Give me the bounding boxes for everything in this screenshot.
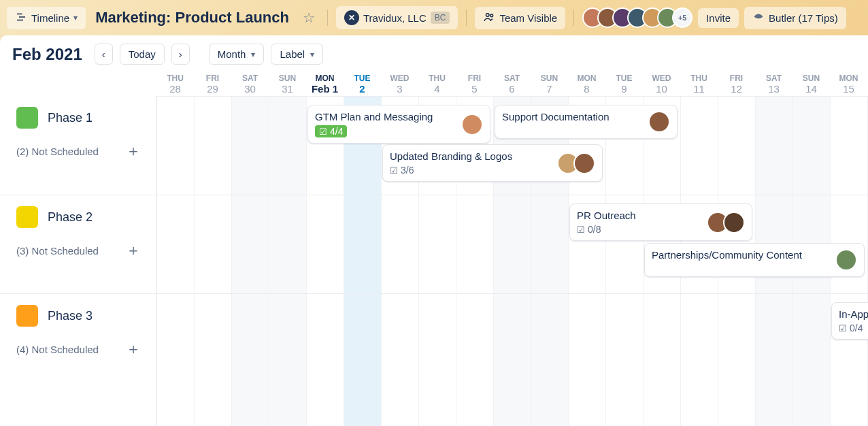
scale-select[interactable]: Month ▾ <box>209 44 265 65</box>
add-card-button[interactable]: ＋ <box>120 339 146 359</box>
day-header: SAT6 <box>493 71 531 96</box>
chevron-down-icon: ▾ <box>73 13 78 22</box>
avatar[interactable] <box>723 212 745 233</box>
timeline-card[interactable]: In-App Announcement☑0/4 <box>831 302 868 340</box>
timeline-panel: Feb 2021 ‹ Today › Month ▾ Label ▾ THU28… <box>0 35 868 426</box>
avatar[interactable] <box>461 114 483 135</box>
view-switcher-label: Timeline <box>31 12 69 24</box>
checklist-badge: ☑4/4 <box>315 125 347 137</box>
view-switcher[interactable]: Timeline ▾ <box>7 7 86 29</box>
card-title: Partnerships/Community Content <box>652 249 830 261</box>
lane-title: Phase 1 <box>48 111 93 125</box>
day-header: MON8 <box>568 71 605 96</box>
invite-button[interactable]: Invite <box>698 8 739 28</box>
checklist-icon: ☑ <box>577 225 585 235</box>
day-header: TUE9 <box>605 71 643 96</box>
timeline-card[interactable]: GTM Plan and Messaging☑4/4 <box>307 105 490 144</box>
checklist-badge: ☑3/6 <box>390 165 414 176</box>
chevron-down-icon: ▾ <box>310 50 314 59</box>
visibility-button[interactable]: Team Visible <box>475 7 565 29</box>
group-label: Label <box>280 48 305 60</box>
scale-label: Month <box>218 48 246 60</box>
workspace-logo-icon: ✕ <box>344 10 359 25</box>
calendar-header: THU28FRI29SAT30SUN31MONFeb 1TUE2WED3THU4… <box>0 71 868 96</box>
timeline-icon <box>15 11 27 25</box>
card-members <box>648 111 670 133</box>
day-header: FRI29 <box>194 71 231 96</box>
checklist-badge: ☑0/8 <box>577 224 601 235</box>
checklist-icon: ☑ <box>319 127 327 137</box>
day-header: WED3 <box>381 71 418 96</box>
svg-point-3 <box>486 13 490 16</box>
day-header: THU4 <box>418 71 456 96</box>
divider <box>466 10 467 26</box>
butler-button[interactable]: Butler (17 Tips) <box>744 7 846 29</box>
card-title: Updated Branding & Logos <box>390 150 552 162</box>
prev-button[interactable]: ‹ <box>95 44 113 65</box>
day-header: SUN7 <box>531 71 568 96</box>
checklist-icon: ☑ <box>839 323 847 333</box>
timeline-card[interactable]: Partnerships/Community Content <box>644 243 865 277</box>
divider <box>573 10 574 26</box>
avatar[interactable] <box>648 111 670 133</box>
timeline-lane: In-App Announcement☑0/4Upload Tutorial V… <box>156 293 868 426</box>
member-overflow[interactable]: +5 <box>672 7 692 28</box>
lane-unscheduled[interactable]: (2) Not Scheduled <box>16 146 99 157</box>
lane-color-swatch <box>16 206 38 228</box>
card-members <box>557 152 595 174</box>
divider <box>327 10 328 26</box>
board-members[interactable]: +5 <box>582 7 692 28</box>
workspace-plan-badge: BC <box>431 12 450 24</box>
card-title: GTM Plan and Messaging <box>315 111 456 122</box>
lane-unscheduled[interactable]: (3) Not Scheduled <box>16 245 99 257</box>
today-button[interactable]: Today <box>120 44 165 65</box>
lane-color-swatch <box>16 305 38 327</box>
lane-column: Phase 1(2) Not Scheduled＋Phase 2(3) Not … <box>0 96 156 426</box>
svg-point-4 <box>490 14 493 16</box>
lane-unscheduled[interactable]: (4) Not Scheduled <box>16 344 99 355</box>
lane-header: Phase 2(3) Not Scheduled＋ <box>0 195 156 293</box>
day-header: MON15 <box>830 71 867 96</box>
timeline-grid[interactable]: GTM Plan and Messaging☑4/4Support Docume… <box>156 96 868 426</box>
today-label: Today <box>129 48 156 60</box>
board-title[interactable]: Marketing: Product Launch <box>91 9 293 27</box>
timeline-card[interactable]: Updated Branding & Logos☑3/6 <box>382 144 603 182</box>
team-icon <box>483 11 495 25</box>
workspace-button[interactable]: ✕ Travidux, LLC BC <box>336 6 458 29</box>
day-header: SUN14 <box>792 71 830 96</box>
timeline-toolbar: Feb 2021 ‹ Today › Month ▾ Label ▾ <box>0 35 868 71</box>
chevron-down-icon: ▾ <box>251 50 255 59</box>
add-card-button[interactable]: ＋ <box>120 141 146 161</box>
checklist-badge: ☑0/4 <box>839 323 863 333</box>
timeline-card[interactable]: PR Outreach☑0/8 <box>569 203 752 241</box>
timeline-lane: GTM Plan and Messaging☑4/4Support Docume… <box>156 96 868 195</box>
card-members <box>707 212 745 233</box>
day-header: THU11 <box>680 71 718 96</box>
day-header: MONFeb 1 <box>306 71 344 96</box>
next-button[interactable]: › <box>171 44 190 65</box>
star-icon[interactable]: ☆ <box>299 10 319 26</box>
butler-icon <box>752 11 765 25</box>
day-header: SUN31 <box>269 71 306 96</box>
card-members <box>461 114 483 135</box>
workspace-name: Travidux, LLC <box>363 12 427 24</box>
day-header: TUE2 <box>344 71 381 96</box>
day-header: THU28 <box>156 71 194 96</box>
lane-title: Phase 2 <box>48 210 93 225</box>
add-card-button[interactable]: ＋ <box>120 240 146 261</box>
avatar[interactable] <box>835 249 857 271</box>
card-title: Support Documentation <box>502 111 643 122</box>
lane-title: Phase 3 <box>48 309 93 323</box>
timeline-lane: PR Outreach☑0/8Partnerships/Community Co… <box>156 195 868 293</box>
avatar[interactable] <box>573 152 595 174</box>
lane-color-swatch <box>16 107 38 129</box>
board-header: Timeline ▾ Marketing: Product Launch ☆ ✕… <box>0 0 868 35</box>
checklist-icon: ☑ <box>390 165 398 176</box>
chevron-left-icon: ‹ <box>102 48 105 60</box>
visibility-label: Team Visible <box>499 12 557 24</box>
day-header: FRI12 <box>718 71 755 96</box>
timeline-card[interactable]: Support Documentation <box>495 105 678 139</box>
day-header: WED10 <box>643 71 680 96</box>
group-select[interactable]: Label ▾ <box>271 44 323 65</box>
butler-label: Butler (17 Tips) <box>769 12 838 24</box>
